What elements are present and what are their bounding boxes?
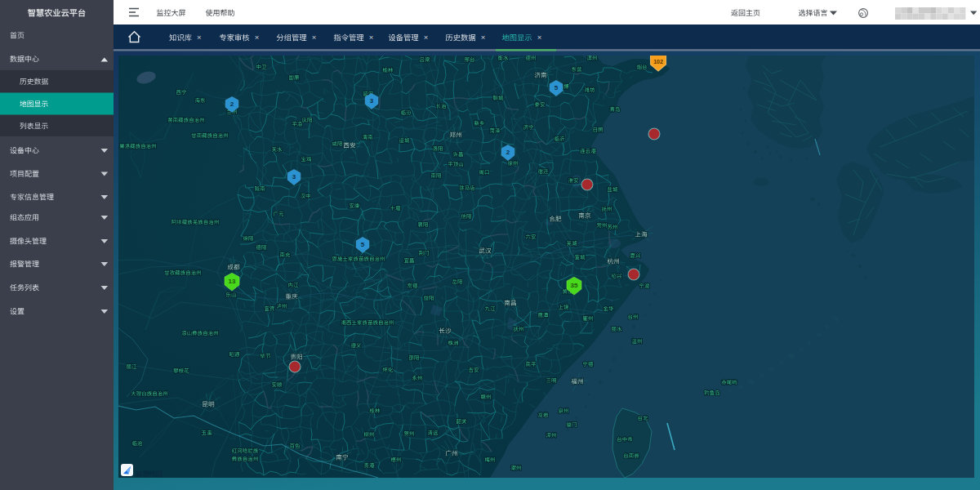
svg-text:3: 3 bbox=[292, 173, 296, 180]
svg-text:3: 3 bbox=[370, 97, 374, 105]
svg-text:×: × bbox=[312, 33, 317, 42]
svg-text:×: × bbox=[369, 33, 374, 42]
svg-text:×: × bbox=[481, 33, 486, 42]
svg-text:5: 5 bbox=[361, 241, 365, 248]
svg-text:2: 2 bbox=[230, 100, 234, 108]
svg-text:×: × bbox=[197, 33, 202, 42]
svg-text:2: 2 bbox=[506, 149, 510, 156]
svg-text:5: 5 bbox=[555, 84, 559, 91]
svg-text:35: 35 bbox=[571, 282, 578, 289]
svg-text:102: 102 bbox=[653, 59, 663, 65]
svg-text:×: × bbox=[255, 33, 260, 42]
svg-text:×: × bbox=[424, 33, 429, 42]
svg-text:13: 13 bbox=[229, 278, 236, 285]
svg-text:×: × bbox=[537, 33, 542, 42]
